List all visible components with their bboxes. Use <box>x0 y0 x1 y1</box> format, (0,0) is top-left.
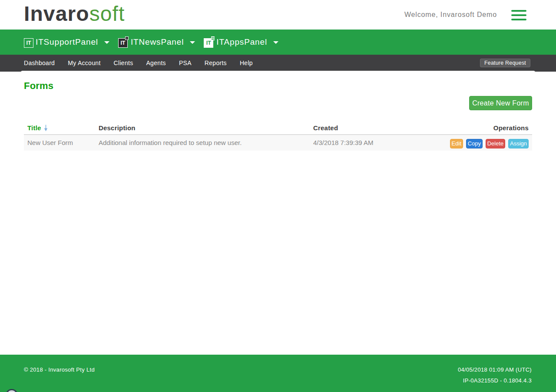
panel-bar: IT ITSupportPanel IT ITNewsPanel IT ITAp… <box>0 30 556 55</box>
nav-item-my-account[interactable]: My Account <box>61 55 107 71</box>
chevron-down-icon <box>273 41 278 44</box>
cell-description: Additional information required to setup… <box>95 135 310 151</box>
cell-title: New User Form <box>24 135 95 151</box>
copy-button[interactable]: Copy <box>466 139 483 148</box>
nav-item-clients[interactable]: Clients <box>107 55 140 71</box>
content-sheet: Forms Create New Form Title Description … <box>20 71 536 355</box>
nav-item-dashboard[interactable]: Dashboard <box>24 55 61 71</box>
delete-button[interactable]: Delete <box>486 139 506 148</box>
column-header-operations: Operations <box>436 121 532 135</box>
nav-link-agents[interactable]: Agents <box>139 55 172 71</box>
forms-table: Title Description Created Operations New… <box>24 121 532 151</box>
table-row: New User Form Additional information req… <box>24 135 532 151</box>
container: Dashboard My Account Clients Agents PSA … <box>24 55 532 71</box>
nav-item-help[interactable]: Help <box>233 55 259 71</box>
logo-part-green: soft <box>89 3 125 24</box>
sort-by-title-link[interactable]: Title <box>27 124 41 132</box>
panel-item-itsupportpanel[interactable]: IT ITSupportPanel <box>24 36 109 48</box>
nav-link-reports[interactable]: Reports <box>198 55 233 71</box>
nav-item-agents[interactable]: Agents <box>139 55 172 71</box>
it-icon-grid-badge <box>211 36 215 40</box>
panel-item-itnewspanel[interactable]: IT ITNewsPanel <box>118 36 195 48</box>
column-header-description: Description <box>95 121 310 135</box>
menu-bar <box>511 10 526 12</box>
panel-item-label: ITAppsPanel <box>216 37 267 47</box>
cell-created: 4/3/2018 7:39:39 AM <box>310 135 436 151</box>
welcome-text: Welcome, Invarosoft Demo <box>404 11 497 19</box>
panel-item-label: ITSupportPanel <box>36 37 98 47</box>
it-icon-letters: IT <box>24 38 33 48</box>
nav-link-clients[interactable]: Clients <box>107 55 140 71</box>
container: © 2018 - Invarosoft Pty Ltd 04/05/2018 0… <box>24 355 532 392</box>
logo-part-dark: Invaro <box>24 3 89 24</box>
page-title: Forms <box>24 80 53 92</box>
sort-descending-arrow-icon <box>44 124 48 132</box>
panel-item-itappspanel[interactable]: IT ITAppsPanel <box>204 36 278 48</box>
it-icon-badge <box>125 36 129 40</box>
footer-timestamp: 04/05/2018 01:09 AM (UTC) <box>458 366 532 373</box>
create-new-form-button[interactable]: Create New Form <box>469 96 532 110</box>
app-header: Invarosoft Welcome, Invarosoft Demo <box>0 0 556 30</box>
main-nav: Dashboard My Account Clients Agents PSA … <box>0 55 556 72</box>
panel-item-label: ITNewsPanel <box>131 37 184 47</box>
it-apps-panel-icon: IT <box>204 38 213 48</box>
container: IT ITSupportPanel IT ITNewsPanel IT ITAp… <box>24 30 532 55</box>
nav-link-dashboard[interactable]: Dashboard <box>24 55 61 71</box>
column-header-created: Created <box>310 121 436 135</box>
it-support-panel-icon: IT <box>24 38 33 48</box>
logo[interactable]: Invarosoft <box>24 3 125 24</box>
header-right: Welcome, Invarosoft Demo <box>404 9 526 20</box>
feature-request-button[interactable]: Feature Request <box>480 59 530 67</box>
edit-button[interactable]: Edit <box>450 139 463 148</box>
copyright-text: © 2018 - Invarosoft Pty Ltd <box>24 366 95 373</box>
footer-version: IP-0A32155D - 0.1804.4.3 <box>463 377 532 384</box>
nav-item-reports[interactable]: Reports <box>198 55 233 71</box>
hamburger-menu-icon[interactable] <box>511 10 526 20</box>
menu-bar <box>511 19 526 20</box>
menu-bar <box>511 14 526 16</box>
nav-item-psa[interactable]: PSA <box>172 55 198 71</box>
nav-link-help[interactable]: Help <box>233 55 259 71</box>
app-footer: © 2018 - Invarosoft Pty Ltd 04/05/2018 0… <box>0 355 556 392</box>
nav-list: Dashboard My Account Clients Agents PSA … <box>24 55 259 71</box>
container: Invarosoft Welcome, Invarosoft Demo <box>24 0 532 30</box>
cell-operations: Edit Copy Delete Assign <box>436 135 532 151</box>
assign-button[interactable]: Assign <box>508 139 529 148</box>
chevron-down-icon <box>190 41 195 44</box>
nav-link-psa[interactable]: PSA <box>172 55 198 71</box>
chevron-down-icon <box>104 41 109 44</box>
it-news-panel-icon: IT <box>118 38 128 48</box>
nav-link-my-account[interactable]: My Account <box>61 55 107 71</box>
column-header-title: Title <box>24 121 95 135</box>
